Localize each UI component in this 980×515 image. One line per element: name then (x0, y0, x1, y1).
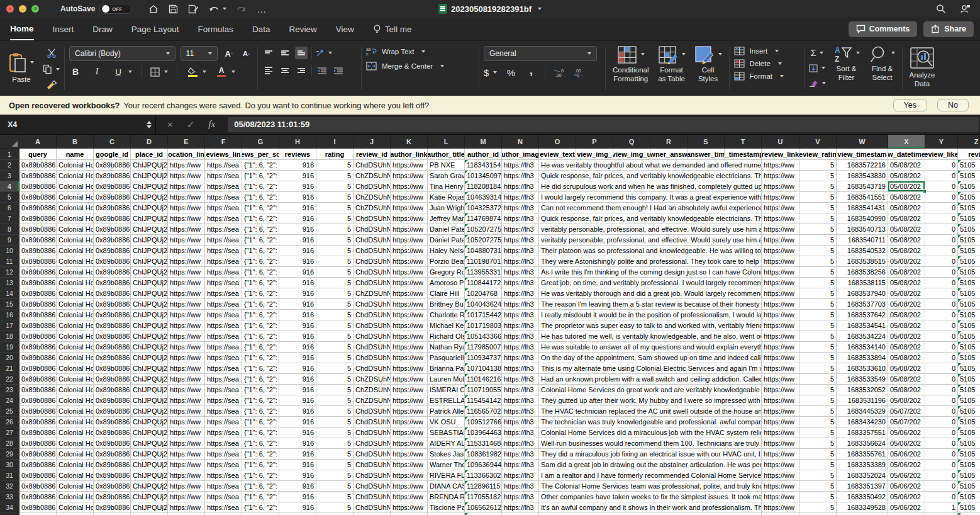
cell-X33[interactable]: 05/06/202 (888, 492, 925, 502)
cell-I6[interactable]: 5 (316, 203, 354, 213)
cell-G9[interactable]: {"1": 6, "2": (242, 235, 279, 246)
cell-A13[interactable]: 0x89b0886 (19, 278, 57, 288)
cell-I32[interactable]: 5 (316, 481, 354, 492)
cell-L12[interactable]: Gregory Ro (428, 267, 465, 278)
cell-Y9[interactable]: 0 (925, 235, 958, 246)
cell-B30[interactable]: Colonial Hc (57, 460, 94, 470)
cell-L11[interactable]: Porzio Beat (428, 256, 465, 267)
cell-F34[interactable]: https://sea (205, 502, 242, 513)
cell-B25[interactable]: Colonial Hc (57, 406, 94, 417)
close-window-icon[interactable]: • (6, 5, 14, 13)
cell-I21[interactable]: 5 (316, 363, 354, 374)
cell-A3[interactable]: 0x89b0886 (19, 171, 57, 181)
cell-U11[interactable]: https://ww (762, 256, 799, 267)
cell-J22[interactable]: ChZDSUhN (354, 374, 391, 385)
cell-G4[interactable]: {"1": 6, "2": (242, 181, 279, 192)
cell-X19[interactable]: 05/08/202 (888, 342, 925, 353)
cell-W20[interactable]: 1683533894 (837, 353, 888, 363)
cell-O7[interactable]: Quick response, fair prices, and veritab… (539, 213, 762, 224)
cell-E23[interactable]: https://ww (168, 385, 205, 395)
cell-I14[interactable]: 5 (316, 288, 354, 299)
cell-K2[interactable]: https://ww (391, 160, 428, 171)
cell-X16[interactable]: 05/08/202 (888, 310, 925, 320)
cell-N16[interactable]: https://lh3 (502, 310, 539, 320)
cell-H28[interactable]: 916 (279, 438, 316, 449)
cell-V27[interactable]: 5 (799, 427, 837, 438)
cell-U25[interactable]: https://ww (762, 406, 799, 417)
cell-G1[interactable]: ews_per_sc (242, 149, 279, 160)
cell-V20[interactable]: 5 (799, 353, 837, 363)
cell-L21[interactable]: Brianna Par (428, 363, 465, 374)
cell-Y22[interactable]: 0 (925, 374, 958, 385)
cell-K27[interactable]: https://ww (391, 427, 428, 438)
cell-Y20[interactable]: 0 (925, 353, 958, 363)
cell-I28[interactable]: 5 (316, 438, 354, 449)
cell-V21[interactable]: 5 (799, 363, 837, 374)
cell-D8[interactable]: ChIJPQUj2 (131, 224, 168, 235)
cell-I18[interactable]: 5 (316, 331, 354, 342)
cell-K26[interactable]: https://ww (391, 417, 428, 427)
cell-D7[interactable]: ChIJPQUj2 (131, 213, 168, 224)
cell-Y34[interactable]: 1 (925, 502, 958, 513)
cell-Z6[interactable]: 5105 (958, 203, 980, 213)
cell-M22[interactable]: 110146216 (465, 374, 502, 385)
cell-G31[interactable]: {"1": 6, "2": (242, 470, 279, 481)
cell-M28[interactable]: 115331468 (465, 438, 502, 449)
cell-W25[interactable]: 1683445329 (837, 406, 888, 417)
column-header-X[interactable]: X (888, 135, 925, 149)
align-top-button[interactable] (262, 47, 275, 59)
cell-C5[interactable]: 0x89b0886 (94, 192, 131, 203)
cell-E34[interactable]: https://ww (168, 502, 205, 513)
comma-button[interactable]: , (525, 66, 537, 79)
cell-D1[interactable]: place_id (131, 149, 168, 160)
cell-F24[interactable]: https://sea (205, 395, 242, 406)
cell-D34[interactable]: ChIJPQUj2 (131, 502, 168, 513)
cell-N12[interactable]: https://lh3 (502, 267, 539, 278)
cell-N27[interactable]: https://lh3 (502, 427, 539, 438)
cell-N18[interactable]: https://lh3 (502, 331, 539, 342)
cell-X5[interactable]: 05/08/202 (888, 192, 925, 203)
cell-L14[interactable]: Claire Hill (428, 288, 465, 299)
row-header-14[interactable]: 14 (0, 288, 19, 299)
cell-F12[interactable]: https://sea (205, 267, 242, 278)
tab-formulas[interactable]: Formulas (198, 18, 233, 40)
align-center-button[interactable] (279, 64, 291, 77)
cell-X25[interactable]: 05/07/202 (888, 406, 925, 417)
cell-J29[interactable]: ChdDSUhN (354, 449, 391, 460)
cell-J30[interactable]: ChdDSUhN (354, 460, 391, 470)
cell-I27[interactable]: 5 (316, 427, 354, 438)
cell-C14[interactable]: 0x89b0886 (94, 288, 131, 299)
select-all-corner[interactable] (0, 135, 19, 149)
cell-A34[interactable]: 0x89b0886 (19, 502, 57, 513)
cell-M6[interactable]: 104325372 (465, 203, 502, 213)
cell-C26[interactable]: 0x89b0886 (94, 417, 131, 427)
cell-J15[interactable]: ChdDSUhN (354, 299, 391, 310)
cell-B13[interactable]: Colonial Hc (57, 278, 94, 288)
cell-Y14[interactable]: 0 (925, 288, 958, 299)
cell-W22[interactable]: 1683533549 (837, 374, 888, 385)
cell-G19[interactable]: {"1": 6, "2": (242, 342, 279, 353)
row-header-28[interactable]: 28 (0, 438, 19, 449)
cell-H3[interactable]: 916 (279, 171, 316, 181)
cell-V2[interactable]: 5 (799, 160, 837, 171)
cell-H18[interactable]: 916 (279, 331, 316, 342)
cell-H13[interactable]: 916 (279, 278, 316, 288)
conditional-formatting-button[interactable]: ConditionalFormatting (610, 44, 652, 93)
cell-G23[interactable]: {"1": 6, "2": (242, 385, 279, 395)
cell-B5[interactable]: Colonial Hc (57, 192, 94, 203)
cell-Z2[interactable]: 5105 (958, 160, 980, 171)
cell-H14[interactable]: 916 (279, 288, 316, 299)
cell-Y12[interactable]: 0 (925, 267, 958, 278)
cell-A19[interactable]: 0x89b0886 (19, 342, 57, 353)
cell-F22[interactable]: https://sea (205, 374, 242, 385)
cell-L6[interactable]: Juan Wrigh (428, 203, 465, 213)
cell-V31[interactable]: 5 (799, 470, 837, 481)
cell-J16[interactable]: ChdDSUhN (354, 310, 391, 320)
column-header-U[interactable]: U (762, 135, 799, 149)
cell-M17[interactable]: 101719803 (465, 320, 502, 331)
cell-D11[interactable]: ChIJPQUj2 (131, 256, 168, 267)
cell-U4[interactable]: https://ww (762, 181, 799, 192)
cell-H32[interactable]: 916 (279, 481, 316, 492)
cell-C13[interactable]: 0x89b0886 (94, 278, 131, 288)
cell-B11[interactable]: Colonial Hc (57, 256, 94, 267)
